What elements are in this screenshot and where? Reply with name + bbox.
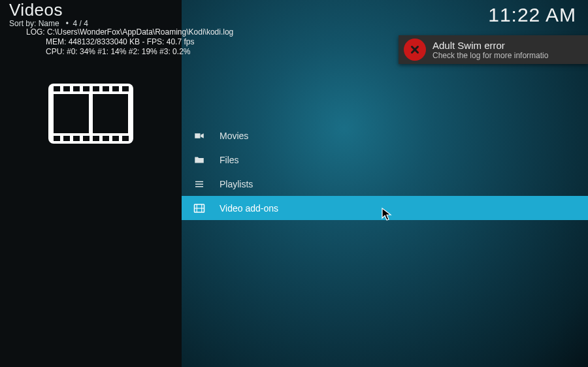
menu-item-files[interactable]: Files	[182, 148, 588, 172]
menu-label: Playlists	[220, 179, 253, 189]
svg-rect-16	[103, 136, 109, 141]
debug-mem: MEM: 448132/8333040 KB - FPS: 40.7 fps	[26, 37, 233, 47]
toast-title: Adult Swim error	[433, 40, 548, 51]
folder-icon	[193, 154, 205, 166]
menu-label: Files	[220, 155, 239, 165]
svg-rect-12	[63, 136, 70, 141]
svg-rect-5	[73, 86, 80, 91]
page-title: Videos	[9, 0, 88, 20]
menu-item-movies[interactable]: Movies	[182, 123, 588, 148]
item-count: 4 / 4	[73, 19, 88, 28]
svg-rect-9	[112, 86, 119, 91]
menu-label: Movies	[220, 131, 248, 141]
svg-rect-17	[112, 136, 119, 141]
category-menu: Movies Files Playlists Video add-ons	[182, 123, 588, 220]
menu-label: Video add-ons	[220, 203, 278, 214]
error-icon	[404, 39, 426, 61]
sort-value: Name	[39, 19, 59, 28]
bullet: •	[61, 19, 73, 28]
camera-icon	[193, 130, 205, 142]
debug-cpu: CPU: #0: 34% #1: 14% #2: 19% #3: 0.2%	[26, 47, 233, 57]
toast-text: Adult Swim error Check the log for more …	[433, 40, 548, 60]
svg-rect-11	[54, 136, 60, 141]
svg-rect-6	[83, 86, 90, 91]
debug-overlay: LOG: C:\Users\WonderFox\AppData\Roaming\…	[26, 27, 233, 57]
toast-message: Check the log for more informatio	[433, 51, 548, 60]
svg-rect-4	[63, 86, 70, 91]
debug-log: LOG: C:\Users\WonderFox\AppData\Roaming\…	[26, 27, 233, 37]
svg-rect-13	[73, 136, 80, 141]
svg-rect-3	[54, 86, 60, 91]
sort-info[interactable]: Sort by: Name • 4 / 4	[9, 19, 88, 28]
sort-label: Sort by:	[9, 19, 39, 28]
svg-rect-7	[93, 86, 99, 91]
list-icon	[193, 178, 205, 190]
clock: 11:22 AM	[488, 4, 576, 26]
error-toast[interactable]: Adult Swim error Check the log for more …	[399, 35, 588, 64]
svg-rect-14	[83, 136, 90, 141]
svg-rect-18	[122, 136, 129, 141]
videos-category-icon	[48, 84, 133, 144]
menu-item-video-addons[interactable]: Video add-ons	[182, 196, 588, 220]
menu-item-playlists[interactable]: Playlists	[182, 172, 588, 196]
film-icon	[193, 202, 205, 214]
svg-rect-10	[122, 86, 129, 91]
svg-rect-15	[93, 136, 99, 141]
svg-rect-8	[103, 86, 109, 91]
header: Videos Sort by: Name • 4 / 4	[9, 0, 88, 28]
svg-rect-2	[93, 94, 128, 133]
svg-rect-1	[54, 94, 89, 133]
